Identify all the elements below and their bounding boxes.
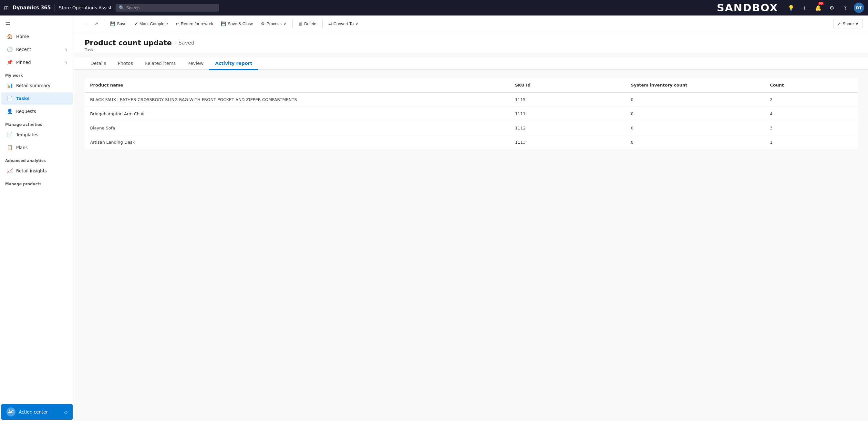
add-icon-button[interactable]: + [800,3,810,13]
cell-count: 1 [765,135,857,150]
save-label: Save [117,21,127,26]
activity-report-table: Product name SKU Id System inventory cou… [85,78,858,150]
tab-activity-report[interactable]: Activity report [209,58,258,70]
col-header-product-name: Product name [85,78,510,93]
sidebar-item-action-center[interactable]: AC Action center ◇ [1,404,73,420]
pinned-chevron-icon: ∨ [65,60,67,65]
toolbar-divider-3 [322,20,322,28]
delete-button[interactable]: 🗑 Delete [295,20,320,28]
recent-icon: 🕐 [6,46,13,52]
return-rework-icon: ↩ [176,21,179,26]
process-icon: ⚙ [261,21,265,26]
return-for-rework-label: Return for rework [181,21,213,26]
tab-review[interactable]: Review [182,58,209,70]
plans-icon: 📋 [6,144,13,151]
mark-complete-label: Mark Complete [140,21,168,26]
help-icon-button[interactable]: ? [840,3,850,13]
process-chevron-icon: ∨ [283,21,286,26]
pinned-icon: 📌 [6,59,13,65]
tab-details[interactable]: Details [85,58,112,70]
page-title: Product count update - Saved [85,39,858,47]
toolbar-divider-2 [292,20,292,28]
mark-complete-button[interactable]: ✔ Mark Complete [131,20,171,28]
page-header: Product count update - Saved Task [74,32,868,52]
tabs-bar: Details Photos Related items Review Acti… [74,58,868,70]
user-avatar[interactable]: RT [854,3,864,13]
sidebar-item-recent-label: Recent [16,47,31,52]
table-container: Product name SKU Id System inventory cou… [74,70,868,421]
recent-chevron-icon: ∨ [65,47,67,52]
cell-sku-id: 1113 [510,135,626,150]
convert-to-label: Convert To [334,21,354,26]
lightbulb-icon-button[interactable]: 💡 [786,3,796,13]
grid-icon[interactable]: ⊞ [4,4,9,11]
page-title-text: Product count update [85,39,172,47]
convert-to-button[interactable]: ⇄ Convert To ∨ [325,20,362,28]
sidebar-item-recent[interactable]: 🕐 Recent ∨ [1,43,73,56]
sidebar-item-pinned[interactable]: 📌 Pinned ∨ [1,56,73,68]
topbar: ⊞ Dynamics 365 Store Operations Assist 🔍… [0,0,868,15]
content-area: Product count update - Saved Task Detail… [74,32,868,421]
manage-products-label: Manage products [5,182,42,186]
sidebar-item-home-label: Home [16,34,29,39]
share-button[interactable]: ↗ Share ∨ [833,19,863,28]
cell-product-name: Artisan Landing Desk [85,135,510,150]
return-for-rework-button[interactable]: ↩ Return for rework [173,20,216,28]
sidebar-item-templates[interactable]: 📄 Templates [1,129,73,141]
external-link-button[interactable]: ↗ [91,20,101,28]
mark-complete-icon: ✔ [134,21,138,26]
save-close-icon: 💾 [221,21,226,26]
search-input[interactable] [126,5,216,10]
process-button[interactable]: ⚙ Process ∨ [258,20,290,28]
cell-system-inventory-count: 0 [626,121,765,135]
sidebar-item-plans[interactable]: 📋 Plans [1,141,73,154]
sidebar-item-tasks-label: Tasks [16,96,30,101]
sidebar-item-retail-summary-label: Retail summary [16,83,51,88]
brand-label: Dynamics 365 [12,5,51,11]
cell-system-inventory-count: 0 [626,107,765,121]
save-icon: 💾 [110,21,115,26]
tasks-icon: 📄 [6,96,13,101]
cell-count: 2 [765,92,857,107]
col-header-count: Count [765,78,857,93]
sidebar-item-retail-insights[interactable]: 📈 Retail insights [1,165,73,177]
back-button[interactable]: ← [80,20,90,28]
cell-count: 4 [765,107,857,121]
table-body: BLACK FAUX LEATHER CROSSBODY SLING BAG W… [85,92,858,150]
save-button[interactable]: 💾 Save [107,20,130,28]
sidebar-item-retail-summary[interactable]: 📊 Retail summary [1,79,73,92]
share-chevron-icon: ∨ [856,21,859,26]
cell-product-name: Blayne Sofa [85,121,510,135]
back-icon: ← [83,21,87,26]
share-icon: ↗ [837,21,841,26]
action-center-chevron-icon: ◇ [64,409,67,415]
share-label: Share [842,21,854,26]
cell-product-name: Bridgehampton Arm Chair [85,107,510,121]
external-link-icon: ↗ [95,21,98,26]
process-label: Process [267,21,282,26]
my-work-section: My work [0,69,74,79]
table-header: Product name SKU Id System inventory cou… [85,78,858,93]
delete-label: Delete [304,21,316,26]
sidebar-item-requests[interactable]: 👤 Requests [1,105,73,118]
tab-related-items[interactable]: Related items [139,58,182,70]
tab-photos[interactable]: Photos [112,58,139,70]
save-close-button[interactable]: 💾 Save & Close [218,20,256,28]
search-box[interactable]: 🔍 [116,4,219,12]
notifications-icon-button[interactable]: 🔔 99 [813,3,824,13]
sidebar-item-tasks[interactable]: 📄 Tasks [1,92,73,105]
manage-products-section: Manage products [0,177,74,188]
sidebar-item-home[interactable]: 🏠 Home [1,30,73,43]
sidebar-nav: 🏠 Home 🕐 Recent ∨ 📌 Pinned ∨ My work 📊 R… [0,30,74,421]
page-saved-status: - Saved [175,40,194,46]
sidebar-item-retail-insights-label: Retail insights [16,168,47,173]
sandbox-label: SANDBOX [717,2,778,14]
cell-sku-id: 1111 [510,107,626,121]
settings-icon-button[interactable]: ⚙ [827,3,837,13]
cell-system-inventory-count: 0 [626,135,765,150]
home-icon: 🏠 [6,34,13,39]
requests-icon: 👤 [6,108,13,114]
manage-activities-section: Manage activities [0,118,74,128]
toolbar-divider-1 [104,20,104,28]
sidebar-hamburger[interactable]: ☰ [0,15,74,30]
